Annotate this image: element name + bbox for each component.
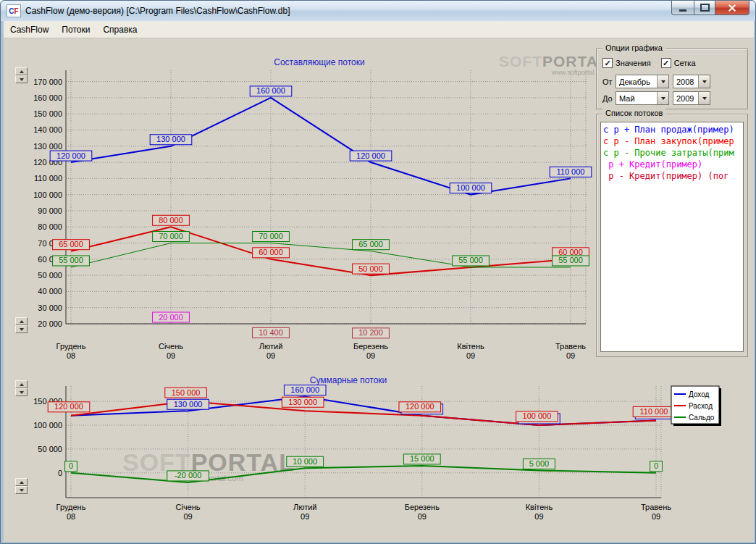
flow-list-item-0[interactable]: с р + План продаж(пример): [601, 124, 743, 135]
arrow-down-icon: [20, 78, 24, 81]
flows-list-panel: Список потоков с р + План продаж(пример)…: [596, 114, 748, 357]
menu-item-cashflow[interactable]: CashFlow: [4, 22, 55, 38]
maximize-icon: [700, 4, 710, 12]
options-panel-title: Опции графика: [602, 43, 665, 52]
arrow-up-icon: [20, 383, 24, 386]
close-button[interactable]: [715, 1, 749, 15]
top-chart-lower-spinner: [15, 317, 28, 333]
scale-down-button[interactable]: [15, 388, 28, 396]
scale-up-button[interactable]: [15, 317, 28, 325]
from-month-select[interactable]: Декабрь: [616, 75, 669, 88]
chevron-down-icon: [657, 75, 668, 88]
flow-list-item-2[interactable]: с р - Прочие затраты(прим: [601, 147, 743, 159]
top-chart-upper-spinner: [15, 67, 28, 83]
from-label: От: [602, 78, 616, 86]
chart-options-panel: Опции графика Значения Сетка От Декабрь …: [596, 49, 748, 109]
title-bar[interactable]: CF CashFlow (демо-версия) [C:\Program Fi…: [1, 1, 755, 21]
scale-down-button[interactable]: [15, 75, 28, 83]
chevron-down-icon: [698, 75, 710, 88]
grid-checkbox[interactable]: Сетка: [661, 58, 696, 68]
to-month-select[interactable]: Май: [616, 91, 669, 105]
to-year-select[interactable]: 2009: [673, 91, 710, 105]
to-label: До: [602, 94, 616, 103]
bottom-chart-lower-spinner: [15, 478, 28, 494]
flow-list-item-4[interactable]: р - Кредит(пример) (пог: [601, 170, 743, 182]
checkbox-check-icon: [661, 58, 671, 68]
app-icon: CF: [7, 4, 21, 17]
close-icon: [728, 4, 736, 12]
grid-checkbox-label: Сетка: [674, 59, 696, 67]
minimize-icon: [679, 9, 686, 12]
arrow-up-icon: [20, 70, 24, 73]
menu-item-потоки[interactable]: Потоки: [55, 22, 96, 38]
menu-bar: CashFlowПотокиСправка: [4, 21, 754, 38]
scale-up-button[interactable]: [15, 67, 28, 75]
window-title: CashFlow (демо-версия) [C:\Program Files…: [25, 6, 290, 16]
flows-listbox[interactable]: с р + План продаж(пример)с р - План заку…: [600, 122, 744, 352]
arrow-down-icon: [20, 328, 24, 331]
arrow-down-icon: [20, 489, 24, 492]
maximize-button[interactable]: [694, 1, 715, 15]
scale-up-button[interactable]: [15, 478, 28, 486]
chevron-down-icon: [698, 92, 710, 104]
menu-item-справка[interactable]: Справка: [96, 22, 143, 38]
minimize-button[interactable]: [671, 1, 694, 15]
flow-list-item-3[interactable]: р + Кредит(пример): [601, 159, 743, 170]
arrow-down-icon: [20, 391, 24, 394]
scale-up-button[interactable]: [15, 380, 28, 388]
values-checkbox[interactable]: Значения: [602, 58, 651, 68]
app-window: CF CashFlow (демо-версия) [C:\Program Fi…: [0, 0, 756, 544]
arrow-up-icon: [20, 481, 24, 484]
chevron-down-icon: [657, 92, 668, 104]
from-year-select[interactable]: 2008: [673, 75, 710, 88]
window-controls: [671, 1, 749, 15]
bottom-chart-upper-spinner: [15, 380, 28, 396]
flows-panel-title: Список потоков: [602, 109, 665, 117]
scale-down-button[interactable]: [15, 486, 28, 494]
scale-down-button[interactable]: [15, 325, 28, 333]
checkbox-check-icon: [602, 58, 613, 68]
arrow-up-icon: [20, 320, 24, 323]
flow-list-item-1[interactable]: с р - План закупок(пример: [601, 135, 743, 147]
values-checkbox-label: Значения: [616, 59, 651, 67]
